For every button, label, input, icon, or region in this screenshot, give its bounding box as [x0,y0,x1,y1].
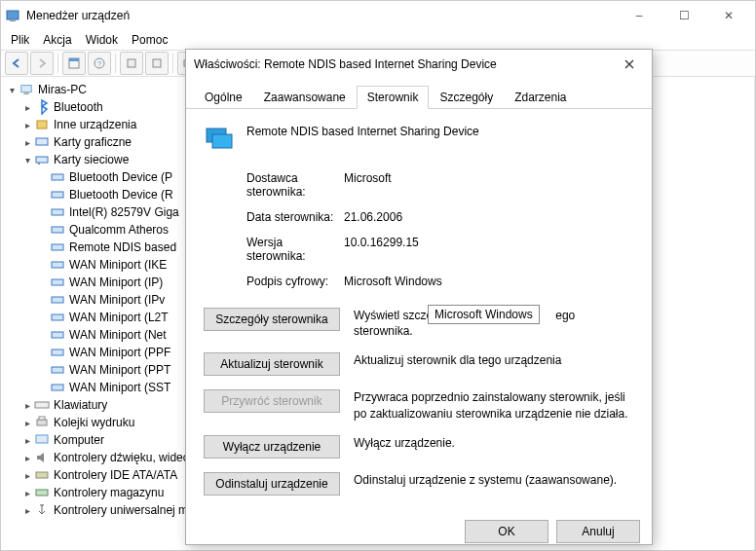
separator [57,54,58,73]
driver-version-value: 10.0.16299.15 [344,236,419,263]
dialog-close-button[interactable] [615,50,644,79]
svg-rect-22 [52,262,63,268]
update-driver-button[interactable]: Aktualizuj sterownik [204,352,340,376]
driver-details-desc: Wyświetl szczeg Microsoft Windows ego st… [354,308,634,339]
sound-icon [34,450,50,465]
computer-icon [34,432,50,448]
tree-label: Kontrolery magazynu [54,486,164,499]
menu-action[interactable]: Akcja [43,33,71,47]
driver-date-label: Data sterownika: [246,210,344,224]
driver-version-label: Wersja sterownika: [246,236,344,263]
expand-toggle[interactable]: ▸ [20,400,34,411]
svg-rect-30 [35,402,49,408]
tooltip: Microsoft Windows [428,305,540,324]
close-button[interactable]: ✕ [706,1,751,30]
back-button[interactable] [5,52,28,75]
expand-toggle[interactable]: ▸ [20,418,34,428]
network-adapter-icon [34,152,50,167]
tree-label: Miras-PC [38,83,87,96]
properties-toolbar-button[interactable] [62,52,86,75]
expand-toggle[interactable]: ▸ [20,470,34,481]
expand-toggle[interactable]: ▸ [20,435,34,446]
expand-toggle[interactable]: ▸ [20,102,34,113]
expand-toggle[interactable]: ▸ [20,120,34,130]
svg-rect-24 [52,297,63,303]
expand-toggle[interactable]: ▸ [20,505,34,516]
svg-text:?: ? [97,59,102,68]
svg-rect-1 [10,20,16,21]
provider-label: Dostawca sterownika: [246,171,344,199]
menu-view[interactable]: Widok [86,33,118,47]
expand-toggle[interactable]: ▸ [20,453,34,463]
expand-toggle[interactable]: ▸ [20,488,34,498]
printer-icon [34,415,50,430]
tree-label: Kontrolery IDE ATA/ATA [54,468,177,482]
network-adapter-icon [50,327,65,343]
bluetooth-icon [34,99,50,115]
menubar: Plik Akcja Widok Pomoc [1,30,755,50]
svg-rect-11 [21,86,32,92]
rollback-driver-button: Przywróć sterownik [204,389,340,413]
svg-rect-27 [52,349,63,355]
main-title: Menedżer urządzeń [26,9,617,22]
cancel-button[interactable]: Anuluj [556,520,640,543]
svg-rect-3 [69,58,79,61]
dialog-body: Remote NDIS based Internet Sharing Devic… [186,109,652,519]
uninstall-device-button[interactable]: Odinstaluj urządzenie [204,472,340,496]
tab-general[interactable]: Ogólne [194,86,253,109]
network-adapter-icon [50,239,65,255]
svg-rect-20 [52,227,63,233]
signer-value: Microsoft Windows [344,275,442,288]
network-adapter-icon [50,257,65,273]
svg-rect-23 [52,279,63,285]
tab-events[interactable]: Zdarzenia [504,86,577,109]
svg-rect-26 [52,332,63,338]
computer-icon [19,82,34,97]
toolbar-button-6[interactable] [145,52,169,75]
network-adapter-icon [50,187,65,202]
display-adapter-icon [34,134,50,150]
signer-label: Podpis cyfrowy: [246,275,344,288]
expand-toggle[interactable]: ▾ [20,155,34,165]
network-adapter-icon [50,380,65,395]
tab-advanced[interactable]: Zaawansowane [253,86,357,109]
ok-button[interactable]: OK [465,520,548,543]
tree-label: WAN Miniport (PPT [69,363,170,377]
menu-file[interactable]: Plik [11,33,29,47]
provider-value: Microsoft [344,171,392,199]
help-toolbar-button[interactable]: ? [88,52,111,75]
svg-rect-31 [37,420,47,425]
svg-rect-12 [23,93,28,94]
network-adapter-icon [50,345,65,360]
disable-device-desc: Wyłącz urządzenie. [354,435,634,451]
menu-help[interactable]: Pomoc [132,33,168,47]
dialog-title: Właściwości: Remote NDIS based Internet … [194,57,615,71]
driver-details-button[interactable]: Szczegóły sterownika [204,308,340,331]
network-adapter-icon [50,310,65,325]
tab-driver[interactable]: Sterownik [357,86,430,109]
device-large-icon [204,123,235,154]
tab-details[interactable]: Szczegóły [429,86,504,109]
separator [115,54,116,73]
tree-label: WAN Miniport (Net [69,328,167,342]
update-driver-desc: Aktualizuj sterownik dla tego urządzenia [354,352,634,368]
svg-rect-33 [36,435,48,443]
main-titlebar: Menedżer urządzeń – ☐ ✕ [1,1,755,30]
tree-label: Remote NDIS based [69,240,176,254]
expand-toggle[interactable]: ▸ [20,137,34,148]
tree-label: Qualcomm Atheros [69,223,169,237]
minimize-button[interactable]: – [617,1,662,30]
maximize-button[interactable]: ☐ [662,1,706,30]
usb-controller-icon [34,502,50,518]
app-icon [5,8,20,23]
storage-controller-icon [34,485,50,500]
toolbar-button-5[interactable] [120,52,143,75]
network-adapter-icon [50,362,65,378]
tree-label: Bluetooth Device (R [69,188,173,202]
disable-device-button[interactable]: Wyłącz urządzenie [204,435,340,459]
tree-label: Karty graficzne [54,135,132,149]
tree-label: WAN Miniport (IPv [69,293,165,307]
forward-button[interactable] [30,52,54,75]
expand-toggle[interactable]: ▾ [5,85,19,95]
dialog-tabs: Ogólne Zaawansowane Sterownik Szczegóły … [186,79,652,109]
